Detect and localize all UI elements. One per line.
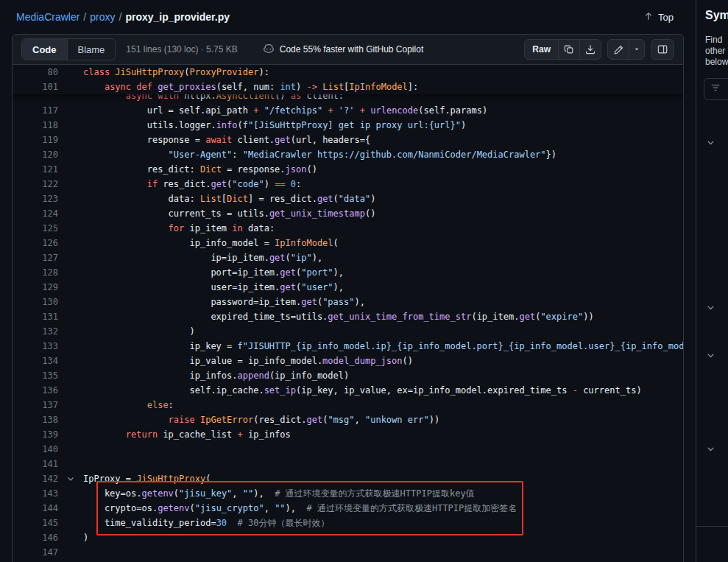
line-number[interactable]: 142 xyxy=(13,471,58,486)
line-number[interactable]: 145 xyxy=(13,516,58,530)
gutter: 122 xyxy=(13,177,83,192)
code-text: port=ip_item.get("port"), xyxy=(83,265,683,280)
download-icon[interactable] xyxy=(579,39,601,60)
collapse-chevron-icon[interactable] xyxy=(58,471,83,486)
line-number[interactable]: 124 xyxy=(13,206,58,221)
gutter: 141 xyxy=(13,457,83,471)
gutter: 118 xyxy=(13,118,83,133)
line-number[interactable]: 128 xyxy=(13,265,58,280)
chevron-down-icon[interactable] xyxy=(706,443,715,457)
code-line-80: 80class JiSuHttpProxy(ProxyProvider): xyxy=(13,65,683,80)
edit-pencil-icon[interactable] xyxy=(607,39,629,60)
line-number[interactable]: 125 xyxy=(13,221,58,236)
top-button-label: Top xyxy=(658,12,674,23)
symbols-panel-title: Symbols xyxy=(705,9,728,22)
gutter: 127 xyxy=(13,250,83,265)
code-line-128: 128 port=ip_item.get("port"), xyxy=(13,265,683,280)
code-line-142: 142IpProxy = JiSuHttpProxy( xyxy=(13,471,683,486)
gutter-spacer xyxy=(58,545,83,560)
gutter-spacer xyxy=(58,147,83,162)
line-number[interactable]: 101 xyxy=(13,80,58,94)
symbols-filter-input[interactable] xyxy=(704,78,728,100)
line-number[interactable]: 121 xyxy=(13,162,58,177)
gutter: 137 xyxy=(13,398,83,412)
line-number[interactable]: 131 xyxy=(13,309,58,324)
code-line-137: 137 else: xyxy=(13,398,683,412)
edit-dropdown-caret-icon[interactable] xyxy=(629,39,645,60)
code-line-132: 132 ) xyxy=(13,324,683,339)
tab-code[interactable]: Code xyxy=(22,39,68,60)
symbols-panel-description: Find other below xyxy=(705,35,728,68)
breadcrumb-file-name: proxy_ip_provider.py xyxy=(125,11,230,23)
gutter-spacer xyxy=(58,324,83,339)
code-text xyxy=(83,545,683,560)
gutter-spacer xyxy=(58,309,83,324)
code-line-121: 121 res_dict: Dict = response.json() xyxy=(13,162,683,177)
code-line-147: 147 xyxy=(13,545,683,560)
line-number[interactable]: 80 xyxy=(13,65,58,80)
code-line-130: 130 password=ip_item.get("pass"), xyxy=(13,295,683,309)
line-number[interactable]: 118 xyxy=(13,118,58,133)
code-text: if res_dict.get("code") == 0: xyxy=(83,177,683,192)
line-number[interactable]: 130 xyxy=(13,295,58,309)
breadcrumb-repo-link[interactable]: MediaCrawler xyxy=(16,11,79,23)
scroll-to-top-button[interactable]: Top xyxy=(637,8,679,27)
code-line-139: 139 return ip_cache_list + ip_infos xyxy=(13,427,683,442)
gutter: 135 xyxy=(13,368,83,383)
line-number[interactable]: 123 xyxy=(13,192,58,206)
gutter: 120 xyxy=(13,147,83,162)
symbols-panel-icon[interactable] xyxy=(651,39,674,60)
line-number[interactable]: 117 xyxy=(13,103,58,118)
line-number[interactable]: 141 xyxy=(13,457,58,471)
symbols-panel-divider xyxy=(696,526,728,527)
symbols-panel: Symbols Find other below xyxy=(696,0,728,562)
line-number[interactable]: 143 xyxy=(13,486,58,501)
chevron-down-icon[interactable] xyxy=(706,350,715,363)
gutter-spacer xyxy=(58,339,83,354)
raw-button[interactable]: Raw xyxy=(524,39,559,60)
copy-icon[interactable] xyxy=(558,39,580,60)
code-line-119: 119 response = await client.get(url, hea… xyxy=(13,133,683,147)
line-number[interactable]: 127 xyxy=(13,250,58,265)
gutter: 119 xyxy=(13,133,83,147)
code-text: url = self.api_path + "/fetchips" + '?' … xyxy=(83,103,683,118)
code-text: ) xyxy=(83,530,683,545)
code-text: response = await client.get(url, headers… xyxy=(83,133,683,147)
chevron-down-icon[interactable] xyxy=(706,137,715,150)
code-line-125: 125 for ip_item in data: xyxy=(13,221,683,236)
line-number[interactable]: 138 xyxy=(13,412,58,427)
line-number[interactable]: 122 xyxy=(13,177,58,192)
line-number[interactable]: 136 xyxy=(13,383,58,398)
line-number[interactable]: 137 xyxy=(13,398,58,412)
gutter: 132 xyxy=(13,324,83,339)
file-container: Code Blame 151 lines (130 loc) · 5.75 KB… xyxy=(12,34,684,562)
copilot-banner[interactable]: Code 55% faster with GitHub Copilot xyxy=(263,43,423,57)
gutter-spacer xyxy=(58,457,83,471)
tab-blame[interactable]: Blame xyxy=(68,39,116,60)
gutter-spacer xyxy=(58,103,83,118)
line-number[interactable]: 134 xyxy=(13,354,58,368)
line-number[interactable]: 140 xyxy=(13,442,58,457)
line-number[interactable]: 119 xyxy=(13,133,58,147)
line-number[interactable]: 147 xyxy=(13,545,58,560)
line-number[interactable]: 129 xyxy=(13,280,58,295)
line-number[interactable]: 144 xyxy=(13,501,58,516)
gutter: 134 xyxy=(13,354,83,368)
line-number[interactable]: 133 xyxy=(13,339,58,354)
code-line-118: 118 utils.logger.info(f"[JiSuHttpProxy] … xyxy=(13,118,683,133)
chevron-down-icon[interactable] xyxy=(706,302,715,315)
line-number[interactable]: 120 xyxy=(13,147,58,162)
line-number[interactable]: 132 xyxy=(13,324,58,339)
code-text: ip_value = ip_info_model.model_dump_json… xyxy=(83,354,683,368)
line-number[interactable]: 139 xyxy=(13,427,58,442)
gutter: 147 xyxy=(13,545,83,560)
breadcrumb-folder-link[interactable]: proxy xyxy=(90,11,115,23)
line-number[interactable] xyxy=(13,94,58,103)
code-line-136: 136 self.ip_cache.set_ip(ip_key, ip_valu… xyxy=(13,383,683,398)
gutter: 117 xyxy=(13,103,83,118)
code-text: current_ts = utils.get_unix_timestamp() xyxy=(83,206,683,221)
line-number[interactable]: 135 xyxy=(13,368,58,383)
main-column: MediaCrawler / proxy / proxy_ip_provider… xyxy=(0,0,696,562)
line-number[interactable]: 126 xyxy=(13,236,58,250)
line-number[interactable]: 146 xyxy=(13,530,58,545)
